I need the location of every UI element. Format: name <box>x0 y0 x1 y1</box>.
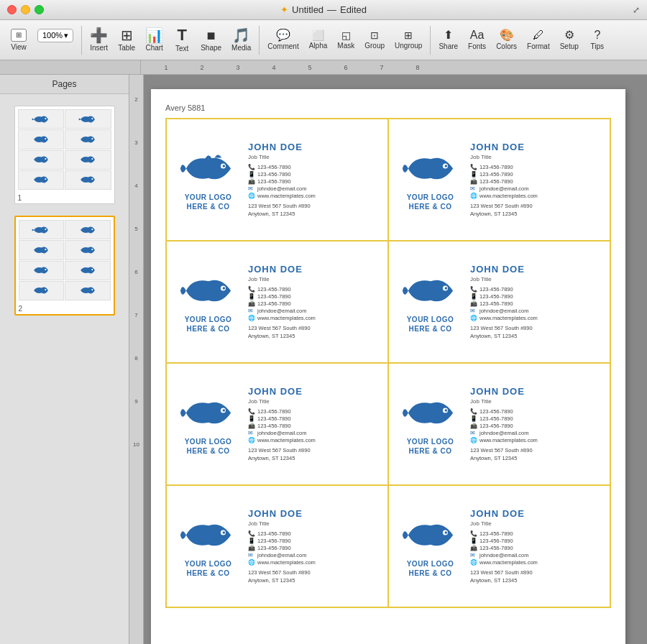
phone-icon: 📞 <box>248 286 255 293</box>
zoom-tool[interactable]: 100% ▾ Pages <box>33 27 78 53</box>
shape-icon: ■ <box>207 28 216 42</box>
email-icon: ✉ <box>248 430 255 436</box>
email-icon: ✉ <box>470 185 477 192</box>
thumb-cell <box>18 150 65 170</box>
media-icon: 🎵 <box>232 28 250 42</box>
phone-icon: 📞 <box>248 530 255 537</box>
traffic-lights[interactable] <box>7 5 44 14</box>
thumb-cell <box>18 170 65 190</box>
phone-icon: 📞 <box>248 164 255 170</box>
card-fish-area-7: YOUR LOGOHERE & CO <box>174 515 242 578</box>
fish-icon-8 <box>402 515 459 555</box>
biz-card-7: YOUR LOGOHERE & CO JOHN DOE Job Title 📞1… <box>166 485 388 607</box>
share-icon: ⬆ <box>444 29 453 41</box>
card-logo-7: YOUR LOGOHERE & CO <box>185 559 232 578</box>
avery-label: Avery 5881 <box>165 104 611 112</box>
thumb-cell <box>65 150 111 170</box>
comment-icon: 💬 <box>276 29 290 41</box>
alpha-tool[interactable]: ⬜ Alpha <box>305 29 332 51</box>
svg-point-9 <box>91 229 93 230</box>
svg-point-21 <box>222 287 225 290</box>
ungroup-tool[interactable]: ⊞ Ungroup <box>390 29 426 51</box>
view-tool[interactable]: ⊞ View <box>6 27 32 52</box>
table-label: Table <box>118 44 135 52</box>
email-icon: ✉ <box>470 308 477 314</box>
thumb-cell <box>65 109 111 129</box>
mobile-icon: 📱 <box>248 538 255 544</box>
web-icon: 🌐 <box>470 559 477 566</box>
text-tool[interactable]: T Text <box>169 26 195 54</box>
mask-tool[interactable]: ◱ Mask <box>333 29 359 51</box>
group-tool[interactable]: ⊡ Group <box>360 29 389 51</box>
ungroup-icon: ⊞ <box>404 30 413 40</box>
svg-point-23 <box>444 287 447 290</box>
card-info-7: JOHN DOE Job Title 📞123-456-7890 📱123-45… <box>248 508 380 584</box>
title-bar: ✦ Untitled — Edited ⤢ <box>0 0 647 20</box>
colors-label: Colors <box>496 42 517 50</box>
close-button[interactable] <box>7 5 17 14</box>
web-icon: 🌐 <box>470 315 477 321</box>
fonts-tool[interactable]: Aa Fonts <box>464 28 490 52</box>
media-tool[interactable]: 🎵 Media <box>227 27 255 53</box>
share-tool[interactable]: ⬆ Share <box>434 28 462 52</box>
toolbar: ⊞ View 100% ▾ Pages ➕ Insert ⊞ Table 📊 C… <box>0 20 647 60</box>
svg-point-12 <box>45 269 46 270</box>
card-name-2: JOHN DOE <box>470 142 602 152</box>
fish-icon-7 <box>180 515 237 555</box>
maximize-button[interactable] <box>35 5 44 14</box>
biz-card-1: YOUR LOGOHERE & CO JOHN DOE Job Title 📞 … <box>166 119 388 241</box>
thumb-cell <box>19 220 65 239</box>
card-info-5: JOHN DOE Job Title 📞123-456-7890 📱123-45… <box>248 386 380 462</box>
format-tool[interactable]: 🖊 Format <box>523 28 554 52</box>
expand-button[interactable]: ⤢ <box>633 5 640 15</box>
zoom-arrow: ▾ <box>64 31 68 40</box>
colors-tool[interactable]: 🎨 Colors <box>492 28 521 52</box>
comment-label: Comment <box>267 42 298 50</box>
comment-tool[interactable]: 💬 Comment <box>263 28 303 52</box>
setup-label: Setup <box>560 42 579 50</box>
colors-icon: 🎨 <box>500 29 514 41</box>
biz-card-2: YOUR LOGOHERE & CO JOHN DOE Job Title 📞1… <box>388 119 610 241</box>
document-page: Avery 5881 YOUR LOGOHERE & <box>151 89 625 644</box>
mobile-icon: 📱 <box>248 415 255 422</box>
svg-point-10 <box>45 249 46 250</box>
svg-point-31 <box>444 531 447 534</box>
biz-card-4: YOUR LOGOHERE & CO JOHN DOE Job Title 📞1… <box>388 241 610 363</box>
page-2-thumbnail[interactable]: 2 <box>14 216 115 316</box>
alpha-icon: ⬜ <box>312 30 324 40</box>
format-label: Format <box>527 42 550 50</box>
svg-point-29 <box>222 531 225 534</box>
mobile-icon: 📱 <box>470 293 477 300</box>
page-1-thumbnail[interactable]: 1 <box>14 106 115 204</box>
thumb-cell <box>65 129 111 149</box>
svg-point-2 <box>45 138 46 139</box>
mobile-icon: 📱 <box>470 171 477 178</box>
card-jobtitle-1: Job Title <box>248 154 380 160</box>
zoom-box[interactable]: 100% ▾ <box>37 29 73 42</box>
table-icon: ⊞ <box>121 28 133 42</box>
svg-point-17 <box>222 165 225 167</box>
card-address-2: 123 West 567 South #890Anytown, ST 12345 <box>470 203 602 218</box>
tips-tool[interactable]: ? Tips <box>584 28 610 52</box>
biz-card-5: YOUR LOGOHERE & CO JOHN DOE Job Title 📞1… <box>166 363 388 485</box>
card-logo-3: YOUR LOGOHERE & CO <box>185 315 232 334</box>
thumb-cell <box>65 170 111 190</box>
mobile-icon: 📱 <box>248 293 255 300</box>
separator-1 <box>81 26 82 55</box>
share-label: Share <box>439 42 458 50</box>
minimize-button[interactable] <box>21 5 30 14</box>
card-fish-area-6: YOUR LOGOHERE & CO <box>396 393 464 456</box>
web-icon: 🌐 <box>248 437 255 443</box>
table-tool[interactable]: ⊞ Table <box>114 27 139 53</box>
insert-tool[interactable]: ➕ Insert <box>86 27 112 53</box>
fonts-icon: Aa <box>470 29 485 41</box>
card-info-1: JOHN DOE Job Title 📞 123-456-7890 📱 123-… <box>248 142 380 218</box>
card-name-1: JOHN DOE <box>248 142 380 152</box>
phone-icon: 📞 <box>470 530 477 537</box>
setup-tool[interactable]: ⚙ Setup <box>556 28 583 52</box>
chart-tool[interactable]: 📊 Chart <box>141 27 168 53</box>
fax-icon: 📠 <box>470 423 477 429</box>
shape-tool[interactable]: ■ Shape <box>196 27 226 53</box>
chart-label: Chart <box>145 44 162 52</box>
card-logo-2: YOUR LOGOHERE & CO <box>407 193 454 211</box>
